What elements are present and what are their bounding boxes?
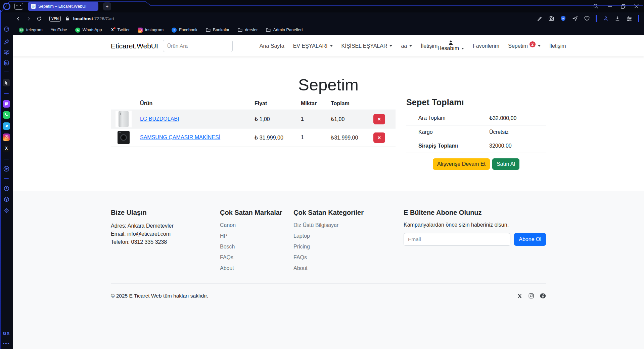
chevron-down-icon (389, 45, 392, 47)
nav-aa[interactable]: aa (401, 43, 412, 49)
nav-kisisel-esyalar[interactable]: KİŞİSEL EŞYALAR (341, 43, 393, 49)
ai-chip-icon[interactable]: M (3, 60, 10, 66)
footer-link-faqs[interactable]: FAQs (293, 254, 404, 261)
close-button[interactable] (634, 4, 639, 8)
bookmark-youtube[interactable]: YouTube (51, 28, 67, 32)
email-field[interactable] (404, 233, 510, 246)
cart-count-badge: 2 (530, 41, 536, 47)
minimize-button[interactable] (607, 4, 612, 9)
account-menu[interactable]: Hesabım (438, 40, 464, 51)
back-button[interactable] (15, 16, 21, 22)
speed-dial-icon[interactable] (3, 26, 10, 32)
col-product: Ürün (140, 101, 255, 107)
sidebar-divider (4, 93, 9, 94)
site-brand[interactable]: Eticaret.WebUI (111, 42, 158, 50)
bookmark-folder-bankalar[interactable]: Bankalar (205, 28, 229, 33)
telegram-icon[interactable] (3, 122, 10, 130)
x-social-icon[interactable] (517, 293, 522, 299)
bookmark-label: YouTube (51, 28, 67, 32)
search-input[interactable] (163, 40, 233, 52)
maximize-button[interactable] (621, 4, 626, 9)
search-tabs-icon[interactable] (593, 3, 599, 9)
chevron-down-icon (538, 45, 541, 47)
shield-check-icon[interactable] (560, 15, 566, 22)
footer-link-about[interactable]: About (220, 265, 293, 271)
footer-link-about[interactable]: About (293, 265, 404, 271)
footer-contact-title: Bize Ulaşın (111, 209, 220, 217)
footer-brands-col: Çok Satan Markalar Canon HP Bosch FAQs A… (220, 209, 293, 276)
folder-icon (237, 28, 242, 33)
cart-main: Sepetim Ürün Fiyat Miktar Toplam LG BUZD… (13, 56, 644, 191)
bookmark-folder-dersler[interactable]: dersler (237, 28, 258, 33)
gx-corner-icon[interactable] (14, 3, 23, 10)
footer-link-hp[interactable]: HP (220, 233, 293, 239)
bookmark-heart-icon[interactable] (584, 15, 590, 22)
product-link[interactable]: SAMSUNG ÇAMAŞIR MAKİNESİ (140, 134, 255, 141)
play-media-icon[interactable] (3, 165, 10, 172)
nav-ev-esyalari[interactable]: EV EŞYALARI (293, 43, 333, 49)
close-icon: ✕ (377, 135, 381, 140)
reload-button[interactable] (36, 16, 42, 22)
twitch-icon[interactable] (3, 100, 10, 108)
footer-link-laptop-category[interactable]: Diz Üstü Bilgisayar (293, 222, 404, 228)
remove-item-button[interactable]: ✕ (373, 132, 385, 143)
footer-link-faqs[interactable]: FAQs (220, 254, 293, 261)
downloads-icon[interactable] (614, 15, 620, 22)
favorites-link[interactable]: Favorilerim (473, 43, 499, 49)
footer-link-canon[interactable]: Canon (220, 222, 293, 228)
bookmark-telegram[interactable]: tel telegram (19, 28, 43, 33)
bookmark-folder-admin-panelleri[interactable]: Admin Panelleri (266, 28, 303, 33)
snapshot-camera-icon[interactable] (548, 15, 554, 22)
window-left-accent (0, 10, 1, 349)
whatsapp-icon[interactable] (3, 111, 10, 119)
opera-gx-logo-icon[interactable] (3, 3, 10, 10)
gx-logo-label[interactable]: GX (3, 331, 10, 336)
vpn-badge[interactable]: VPN (49, 16, 61, 22)
extensions-cube-icon[interactable] (3, 196, 10, 203)
buy-button[interactable]: Satın Al (492, 158, 519, 170)
send-flow-icon[interactable] (572, 15, 578, 22)
pin-edit-icon[interactable] (537, 16, 543, 22)
contact-phone: Telefon: 0312 335 3238 (111, 238, 220, 246)
footer-categories-title: Çok Satan Kategoriler (293, 209, 404, 217)
product-link[interactable]: LG BUZDOLABI (140, 116, 255, 122)
bookmark-whatsapp[interactable]: WhatsApp (75, 28, 102, 33)
gx-game-app-icon[interactable] (3, 79, 10, 86)
contact-link[interactable]: İletişim (549, 43, 566, 49)
settings-sliders-icon[interactable] (626, 15, 632, 22)
nav-iletisim[interactable]: İletişim (421, 43, 438, 49)
history-clock-icon[interactable] (3, 185, 10, 192)
new-tab-button[interactable]: + (103, 2, 111, 10)
item-price: ₺ 31.999,00 (255, 134, 301, 141)
bookmark-label: telegram (26, 28, 43, 32)
sidebar-divider (4, 178, 9, 179)
remove-item-button[interactable]: ✕ (373, 114, 385, 124)
footer-link-bosch[interactable]: Bosch (220, 243, 293, 250)
cart-link[interactable]: Sepetim2 (508, 43, 541, 49)
forward-button[interactable] (26, 16, 32, 22)
url-text[interactable]: localhost:7226/Cart (73, 16, 114, 21)
bookmark-instagram[interactable]: instagram (138, 28, 164, 33)
x-twitter-icon[interactable]: X (3, 145, 10, 152)
instagram-icon[interactable] (3, 133, 10, 141)
facebook-social-icon[interactable] (540, 293, 546, 299)
browser-tab-active[interactable]: Sepetim – Eticaret.WebUI (28, 2, 98, 11)
instagram-social-icon[interactable] (528, 293, 534, 299)
item-qty: 1 (301, 116, 331, 122)
footer-link-laptop[interactable]: Laptop (293, 233, 404, 239)
easy-setup-brush-icon[interactable] (3, 39, 10, 45)
newsletter-subtitle: Kampanyalardan önce sizin haberiniz olsu… (404, 222, 546, 228)
whatsapp-favicon-icon (75, 28, 80, 33)
lock-icon[interactable] (65, 16, 70, 21)
profile-icon[interactable] (603, 15, 609, 22)
continue-shopping-button[interactable]: Alışverişe Devam Et (433, 158, 490, 170)
sidebar-more-button[interactable]: ••• (3, 341, 10, 346)
bookmark-twitter[interactable]: X Twitter (110, 28, 130, 33)
nav-ana-sayfa[interactable]: Ana Sayfa (260, 43, 284, 49)
settings-gear-icon[interactable] (3, 207, 10, 214)
footer-link-pricing[interactable]: Pricing (293, 243, 404, 250)
folder-icon (266, 28, 271, 33)
bookmark-facebook[interactable]: f Facebook (172, 28, 197, 33)
subscribe-button[interactable]: Abone Ol (514, 233, 546, 246)
player-screen-icon[interactable] (3, 49, 10, 55)
